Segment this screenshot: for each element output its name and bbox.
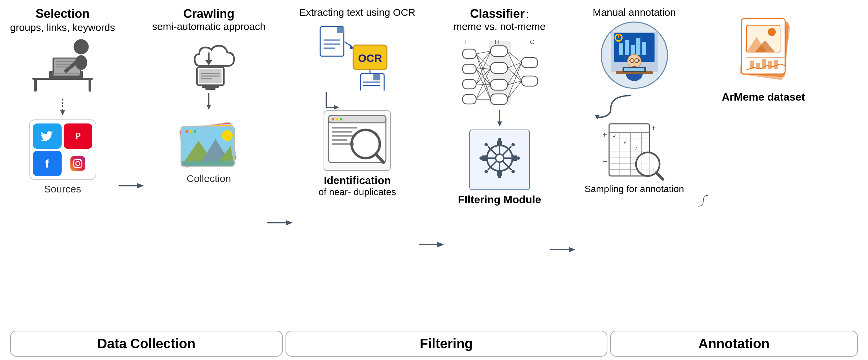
svg-rect-95	[463, 95, 476, 104]
svg-point-131	[496, 154, 504, 162]
arrow-4	[550, 244, 581, 258]
svg-point-136	[479, 157, 483, 160]
svg-text:✓: ✓	[613, 133, 617, 139]
svg-rect-150	[631, 45, 635, 55]
svg-text:O: O	[530, 39, 535, 45]
svg-marker-72	[334, 105, 339, 110]
svg-point-76	[336, 118, 338, 121]
svg-line-104	[476, 54, 491, 85]
svg-rect-30	[206, 88, 216, 90]
social-sources-box: P f	[29, 120, 96, 180]
svg-rect-199	[768, 61, 772, 69]
main-container: Selection groups, links, keywords	[0, 0, 868, 360]
svg-point-77	[340, 118, 342, 121]
svg-point-140	[485, 143, 488, 146]
svg-marker-145	[569, 247, 576, 252]
identification-label: Identification of near- duplicates	[318, 174, 396, 197]
svg-point-48	[222, 130, 232, 141]
pinterest-icon: P	[64, 124, 92, 149]
down-arrow-crawling	[204, 93, 214, 111]
sampling-icon: ✓ ✓ ✓ + + − +	[601, 121, 668, 181]
filtering-band: Filtering	[285, 331, 608, 357]
collection-label: Collection	[187, 173, 231, 184]
svg-rect-148	[619, 43, 623, 55]
svg-text:H: H	[495, 39, 499, 45]
dataset-column: ArMeme dataset	[722, 7, 805, 103]
svg-marker-125	[497, 122, 502, 127]
svg-point-50	[186, 130, 188, 133]
svg-rect-92	[463, 49, 476, 59]
flow-area: Selection groups, links, keywords	[10, 7, 858, 327]
identification-icon	[323, 110, 391, 171]
svg-line-111	[476, 68, 491, 84]
annotation-person-icon	[601, 22, 668, 89]
manual-annotation-header: Manual annotation	[593, 7, 676, 18]
svg-marker-26	[137, 183, 144, 188]
sources-label: Sources	[44, 183, 81, 195]
svg-rect-149	[625, 40, 629, 55]
svg-text:OCR: OCR	[358, 52, 382, 64]
svg-rect-132	[497, 141, 502, 146]
down-arrow-selection	[58, 99, 68, 117]
svg-marker-37	[207, 105, 211, 110]
person-desk-svg	[26, 37, 100, 95]
crawling-subtitle: semi-automatic approach	[152, 21, 266, 32]
svg-point-51	[190, 130, 192, 133]
svg-rect-152	[642, 42, 646, 55]
svg-line-185	[656, 173, 663, 179]
svg-rect-29	[202, 85, 219, 88]
svg-marker-32	[206, 60, 212, 65]
svg-rect-21	[70, 156, 85, 171]
arrow-3	[419, 239, 449, 253]
svg-point-141	[512, 143, 515, 146]
filtering-label: FIltering Module	[458, 193, 541, 206]
svg-rect-99	[491, 94, 507, 105]
svg-point-138	[498, 138, 501, 141]
cloud-download-icon	[175, 36, 242, 93]
svg-text:f: f	[45, 157, 49, 170]
svg-rect-97	[491, 63, 507, 73]
svg-rect-47	[181, 161, 234, 166]
svg-marker-54	[286, 220, 292, 225]
svg-point-52	[194, 130, 196, 133]
svg-point-24	[80, 160, 82, 161]
instagram-icon	[64, 151, 92, 176]
svg-rect-1	[34, 80, 37, 92]
sampling-label: Sampling for annotation	[585, 184, 684, 194]
svg-text:+: +	[651, 123, 656, 132]
svg-line-108	[476, 69, 491, 85]
svg-point-143	[512, 170, 515, 173]
svg-text:I: I	[464, 39, 466, 45]
feedback-arrow	[591, 92, 634, 121]
svg-point-84	[354, 132, 377, 156]
arrow-1	[119, 181, 149, 194]
svg-point-139	[498, 175, 501, 178]
svg-rect-2	[89, 80, 91, 92]
annotation-band-label: Annotation	[698, 336, 769, 351]
selection-header: Selection groups, links, keywords	[10, 7, 115, 34]
data-collection-label: Data Collection	[97, 336, 195, 351]
svg-rect-133	[497, 170, 502, 176]
bottom-label-bands: Data Collection Filtering Annotation	[10, 331, 858, 357]
svg-marker-71	[373, 74, 380, 80]
selection-column: Selection groups, links, keywords	[10, 7, 115, 195]
svg-point-137	[517, 157, 520, 160]
annotation-column: Manual annotation	[584, 7, 685, 194]
svg-text:P: P	[75, 131, 81, 141]
svg-rect-101	[522, 76, 538, 86]
filtering-module-icon	[469, 130, 530, 190]
neural-network-icon: I H O	[459, 37, 540, 108]
svg-text:✓: ✓	[623, 139, 628, 145]
svg-marker-87	[437, 242, 444, 247]
selection-subtitle: groups, links, keywords	[10, 21, 115, 34]
crawling-title: Crawling	[183, 7, 234, 21]
svg-rect-135	[512, 156, 517, 161]
svg-text:−: −	[602, 157, 607, 166]
crawling-header: Crawling semi-automatic approach	[152, 7, 266, 32]
annotation-band: Annotation	[610, 331, 858, 357]
svg-rect-94	[463, 79, 476, 89]
svg-rect-151	[637, 38, 641, 55]
svg-rect-93	[463, 64, 476, 74]
svg-point-9	[74, 39, 89, 54]
svg-line-112	[476, 84, 491, 85]
